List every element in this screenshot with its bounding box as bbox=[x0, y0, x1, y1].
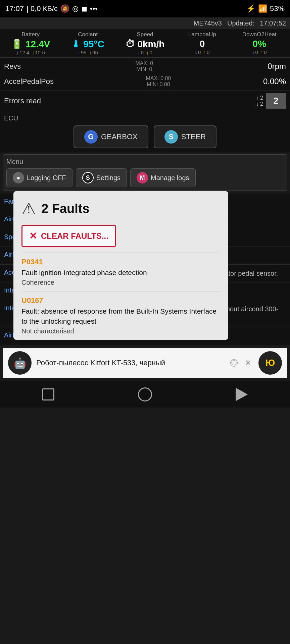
status-right: ⚡ 📶 53% bbox=[246, 4, 285, 13]
mute-icon: 🔕 bbox=[60, 4, 69, 13]
whatsapp-icon: ◎ bbox=[72, 4, 79, 13]
ecu-section: ECU G GEARBOX S STEER bbox=[0, 111, 290, 152]
metric-coolant: Coolant 🌡 95°C ↓95 ↑95 bbox=[60, 31, 115, 55]
metrics-row: Battery 🔋 12.4V ↓12.4 ↑12.5 Coolant 🌡 95… bbox=[3, 31, 287, 55]
metric-speed: Speed ⏱ 0km/h ↓0 ↑0 bbox=[117, 31, 173, 55]
status-time: 17:07 bbox=[5, 4, 24, 13]
manage-logs-label: Manage logs bbox=[151, 174, 189, 182]
errors-count: 2 bbox=[266, 93, 286, 109]
gearbox-button[interactable]: G GEARBOX bbox=[74, 125, 148, 148]
app-header: ME745v3 Updated: 17:07:52 bbox=[0, 17, 290, 29]
menu-section: Menu ● Logging OFF S Settings M Manage l… bbox=[3, 154, 287, 191]
updated-time: 17:07:52 bbox=[260, 19, 286, 27]
logging-off-button[interactable]: ● Logging OFF bbox=[6, 168, 72, 187]
modal-title-row: ⚠ 2 Faults bbox=[21, 199, 220, 218]
ad-logo: Ю bbox=[258, 351, 282, 375]
home-nav-button[interactable] bbox=[135, 384, 155, 405]
bottom-nav bbox=[0, 381, 290, 408]
clear-faults-label: CLEAR FAULTS... bbox=[41, 231, 108, 241]
modal-title: 2 Faults bbox=[41, 202, 90, 216]
metric-downo2heat: DownO2Heat 0% ↓0 ↑0 bbox=[232, 31, 287, 55]
live-row-accelpedalpos: AccelPedalPos MAX: 0.00 MIN: 0.00 0.00% bbox=[4, 74, 286, 89]
ad-info-icon: ⓘ bbox=[230, 359, 238, 367]
status-bar: 17:07 | 0,0 КБ/с 🔕 ◎ ◼ ••• ⚡ 📶 53% bbox=[0, 0, 290, 17]
live-data-section: Revs MAX: 0 MIN: 0 0rpm AccelPedalPos MA… bbox=[0, 57, 290, 91]
coolant-icon: 🌡 bbox=[71, 39, 81, 49]
status-network: | 0,0 КБ/с bbox=[27, 4, 58, 13]
bluetooth-icon: ⚡ bbox=[246, 4, 255, 13]
ad-banner: 🤖 Робот-пылесос Kitfort KT-533, черный ⓘ… bbox=[3, 348, 287, 378]
settings-circle: S bbox=[82, 172, 94, 183]
logging-label: Logging OFF bbox=[27, 174, 66, 182]
battery-icon: 🔋 bbox=[11, 39, 23, 49]
clear-x-icon: ✕ bbox=[29, 230, 37, 241]
more-icon: ••• bbox=[90, 4, 98, 13]
back-nav-button[interactable] bbox=[232, 384, 252, 405]
faults-modal: ⚠ 2 Faults ✕ CLEAR FAULTS... P0341 Fault… bbox=[13, 191, 228, 340]
signal-icon: 📶 bbox=[258, 4, 267, 13]
steer-button[interactable]: S STEER bbox=[154, 125, 216, 148]
square-nav-button[interactable] bbox=[38, 384, 58, 405]
steer-label: STEER bbox=[181, 132, 206, 141]
gearbox-circle: G bbox=[84, 130, 98, 144]
manage-logs-circle: M bbox=[137, 172, 148, 183]
metric-lambdaup: LambdaUp 0 ↓0 ↑0 bbox=[174, 31, 230, 55]
settings-button[interactable]: S Settings bbox=[76, 168, 127, 187]
stop-icon: ◼ bbox=[81, 4, 87, 13]
ad-close-icon[interactable]: ✕ bbox=[245, 359, 251, 367]
errors-row: Errors read ↑ 2 ↓ 2 2 bbox=[0, 91, 290, 111]
fault-item-1: U0167 Fault: absence of response from th… bbox=[21, 291, 220, 340]
warning-icon: ⚠ bbox=[21, 199, 36, 218]
steer-circle: S bbox=[164, 130, 178, 144]
battery-status: 53% bbox=[270, 4, 285, 13]
logging-circle: ● bbox=[13, 172, 24, 183]
live-row-revs: Revs MAX: 0 MIN: 0 0rpm bbox=[4, 59, 286, 74]
ad-product-icon: 🤖 bbox=[8, 351, 32, 375]
status-left: 17:07 | 0,0 КБ/с 🔕 ◎ ◼ ••• bbox=[5, 4, 98, 13]
firmware-label: ME745v3 bbox=[193, 19, 222, 27]
settings-label: Settings bbox=[96, 174, 120, 182]
dashboard: Battery 🔋 12.4V ↓12.4 ↑12.5 Coolant 🌡 95… bbox=[0, 29, 290, 57]
gearbox-label: GEARBOX bbox=[101, 132, 138, 141]
ecu-buttons: G GEARBOX S STEER bbox=[4, 125, 286, 148]
manage-logs-button[interactable]: M Manage logs bbox=[130, 168, 196, 187]
menu-buttons: ● Logging OFF S Settings M Manage logs bbox=[6, 168, 284, 187]
metric-battery: Battery 🔋 12.4V ↓12.4 ↑12.5 bbox=[3, 31, 58, 55]
fault-item-0: P0341 Fault ignition-integrated phase de… bbox=[21, 253, 220, 291]
ad-text: Робот-пылесос Kitfort KT-533, черный bbox=[36, 359, 226, 367]
updated-label: Updated: bbox=[227, 19, 254, 27]
home-icon bbox=[138, 387, 152, 401]
clear-faults-button[interactable]: ✕ CLEAR FAULTS... bbox=[21, 225, 116, 247]
speed-icon: ⏱ bbox=[126, 39, 135, 49]
square-icon bbox=[42, 388, 54, 400]
back-icon bbox=[236, 388, 248, 401]
